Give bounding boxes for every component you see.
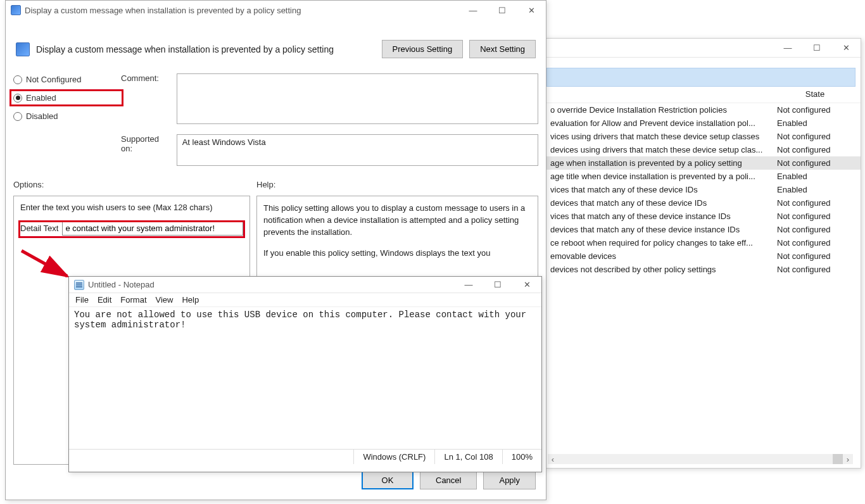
bg-maximize-button[interactable]: ☐ (802, 39, 831, 58)
policy-name: vices using drivers that match these dev… (550, 132, 777, 141)
policy-row[interactable]: emovable devicesNot configured (545, 249, 861, 263)
policy-row[interactable]: age title when device installation is pr… (545, 170, 861, 183)
policy-row[interactable]: evaluation for Allow and Prevent device … (545, 117, 861, 130)
policy-state: Not configured (777, 145, 853, 154)
policy-state: Not configured (777, 251, 853, 261)
policy-row[interactable]: vices using drivers that match these dev… (545, 130, 861, 143)
policy-row[interactable]: devices not described by other policy se… (545, 263, 861, 276)
dlg-minimize-button[interactable]: — (458, 1, 488, 20)
gpedit-header-icon (16, 42, 30, 56)
policy-state: Not configured (777, 198, 853, 208)
policy-state: Not configured (777, 265, 853, 274)
policy-state: Enabled (777, 172, 853, 181)
scroll-thumb[interactable] (833, 454, 843, 464)
np-cursor-pos: Ln 1, Col 108 (434, 450, 502, 464)
menu-file[interactable]: File (75, 295, 89, 305)
supported-label: Supported on: (121, 134, 170, 153)
gpedit-list-window: — ☐ ✕ State o override Device Installati… (545, 38, 861, 469)
policy-state: Not configured (777, 132, 853, 141)
policy-row[interactable]: age when installation is prevented by a … (545, 156, 861, 170)
dlg-titlebar: Display a custom message when installati… (6, 1, 546, 20)
policy-state: Not configured (777, 211, 853, 221)
supported-on-box: At least Windows Vista (177, 134, 538, 166)
menu-help[interactable]: Help (182, 295, 199, 305)
help-paragraph-1: This policy setting allows you to displa… (263, 203, 531, 239)
policy-row[interactable]: devices that match any of these device I… (545, 196, 861, 210)
np-maximize-button[interactable]: ☐ (483, 275, 512, 294)
policy-state: Not configured (777, 105, 853, 115)
detail-text-input[interactable] (62, 221, 243, 236)
np-menubar: FileEditFormatViewHelp (69, 293, 541, 307)
np-close-button[interactable]: ✕ (512, 275, 541, 294)
notepad-icon (74, 280, 84, 290)
policy-state: Not configured (777, 158, 853, 168)
policy-name: o override Device Installation Restricti… (550, 105, 777, 115)
radio-disabled[interactable]: Disabled (13, 111, 115, 121)
policy-row[interactable]: o override Device Installation Restricti… (545, 103, 861, 117)
apply-button[interactable]: Apply (483, 471, 536, 489)
dlg-close-button[interactable]: ✕ (517, 1, 546, 20)
np-title: Untitled - Notepad (88, 280, 454, 289)
policy-name: devices not described by other policy se… (550, 265, 777, 274)
policy-state: Enabled (777, 185, 853, 194)
policy-row[interactable]: vices that match any of these device ins… (545, 210, 861, 223)
policy-row[interactable]: ce reboot when required for policy chang… (545, 236, 861, 249)
policy-state: Not configured (777, 225, 853, 234)
options-hint: Enter the text you wish users to see (Ma… (20, 203, 243, 212)
menu-format[interactable]: Format (120, 295, 146, 305)
options-label: Options: (13, 180, 256, 189)
policy-name: devices that match any of these device i… (550, 225, 777, 234)
policy-name: emovable devices (550, 251, 777, 261)
np-minimize-button[interactable]: — (454, 275, 483, 294)
policy-name: devices using drivers that match these d… (550, 145, 777, 154)
scroll-right-icon[interactable]: › (843, 454, 853, 464)
help-label: Help: (256, 180, 275, 189)
radio-enabled[interactable]: Enabled (12, 92, 121, 104)
np-zoom: 100% (502, 450, 541, 464)
previous-setting-button[interactable]: Previous Setting (382, 40, 464, 58)
state-column-header[interactable]: State (777, 89, 853, 99)
policy-row[interactable]: devices using drivers that match these d… (545, 143, 861, 156)
bg-selection-highlight (546, 68, 856, 87)
bg-hscrollbar[interactable]: ‹ › (548, 454, 853, 464)
policy-name: age title when device installation is pr… (550, 172, 777, 181)
policy-name: vices that match any of these device ins… (550, 211, 777, 221)
dlg-title: Display a custom message when installati… (25, 6, 458, 15)
cancel-button[interactable]: Cancel (420, 471, 477, 489)
detail-text-label: Detail Text (20, 224, 58, 233)
scroll-left-icon[interactable]: ‹ (548, 454, 558, 464)
policy-row[interactable]: devices that match any of these device i… (545, 223, 861, 236)
comment-label: Comment: (121, 73, 170, 83)
gpedit-icon (11, 5, 21, 15)
policy-row[interactable]: vices that match any of these device IDs… (545, 183, 861, 196)
menu-edit[interactable]: Edit (98, 295, 111, 305)
policy-state: Enabled (777, 118, 853, 128)
policy-state: Not configured (777, 238, 853, 248)
next-setting-button[interactable]: Next Setting (469, 40, 536, 58)
np-statusbar: Windows (CRLF) Ln 1, Col 108 100% (69, 449, 541, 464)
policy-name: vices that match any of these device IDs (550, 185, 777, 194)
policy-heading: Display a custom message when installati… (36, 44, 376, 54)
radio-not-configured[interactable]: Not Configured (13, 75, 115, 84)
np-editor[interactable]: You are not allowed to use this USB devi… (69, 307, 541, 449)
policy-name: age when installation is prevented by a … (550, 158, 777, 168)
np-titlebar: Untitled - Notepad — ☐ ✕ (69, 277, 541, 293)
policy-name: ce reboot when required for policy chang… (550, 238, 777, 248)
policy-name: evaluation for Allow and Prevent device … (550, 118, 777, 128)
bg-titlebar: — ☐ ✕ (545, 39, 861, 58)
ok-button[interactable]: OK (362, 471, 414, 489)
policy-list: o override Device Installation Restricti… (545, 103, 861, 276)
bg-close-button[interactable]: ✕ (831, 39, 861, 58)
bg-list-header: State (545, 87, 861, 103)
np-encoding: Windows (CRLF) (353, 450, 434, 464)
bg-minimize-button[interactable]: — (773, 39, 802, 58)
policy-name: devices that match any of these device I… (550, 198, 777, 208)
dlg-maximize-button[interactable]: ☐ (488, 1, 517, 20)
comment-textarea[interactable] (177, 73, 538, 124)
notepad-window: Untitled - Notepad — ☐ ✕ FileEditFormatV… (68, 276, 542, 472)
menu-view[interactable]: View (156, 295, 174, 305)
state-radio-group: Not Configured Enabled Disabled (13, 73, 115, 121)
help-paragraph-2: If you enable this policy setting, Windo… (263, 248, 531, 260)
